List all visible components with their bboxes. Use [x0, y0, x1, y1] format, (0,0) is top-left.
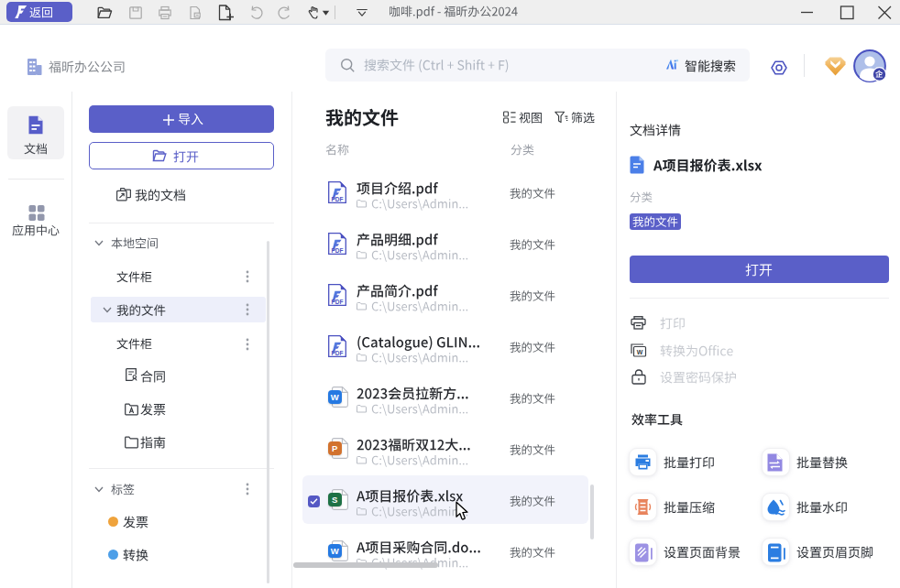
svg-text:W: W [637, 349, 643, 355]
svg-text:PDF: PDF [332, 247, 344, 254]
svg-text:PDF: PDF [332, 196, 344, 202]
svg-text:PDF: PDF [332, 299, 344, 305]
svg-text:PDF: PDF [332, 350, 344, 356]
